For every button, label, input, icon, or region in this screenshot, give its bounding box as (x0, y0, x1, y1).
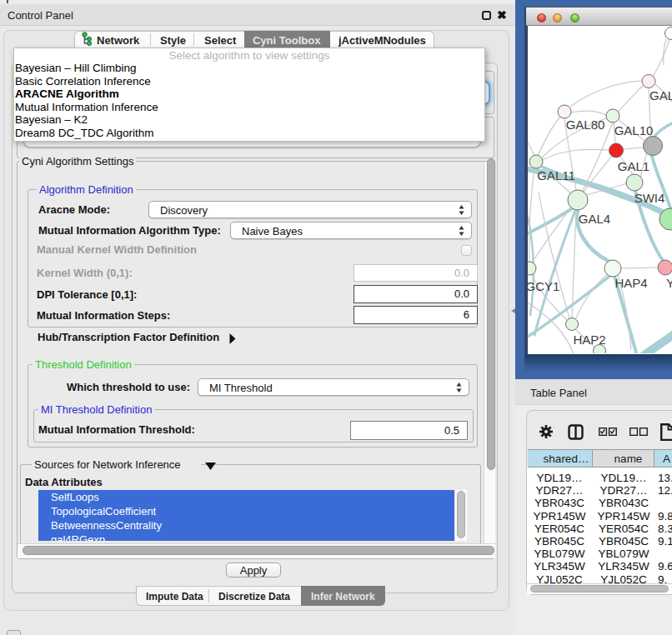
svg-text:GAL10: GAL10 (614, 123, 654, 138)
svg-text:GAL1: GAL1 (618, 159, 649, 173)
svg-text:GAL80: GAL80 (566, 118, 605, 132)
svg-text:GCY1: GCY1 (528, 279, 559, 293)
svg-text:HAP2: HAP2 (573, 332, 605, 347)
svg-text:HAP4: HAP4 (614, 276, 647, 290)
svg-text:SWI4: SWI4 (634, 191, 665, 205)
svg-text:GAL4: GAL4 (579, 212, 610, 226)
svg-text:GAL7: GAL7 (649, 88, 672, 102)
svg-text:GAL11: GAL11 (537, 168, 575, 182)
svg-text:YM: YM (666, 276, 672, 290)
